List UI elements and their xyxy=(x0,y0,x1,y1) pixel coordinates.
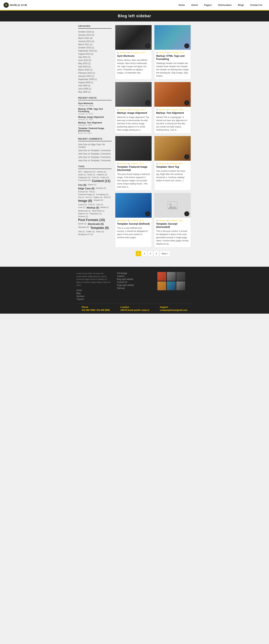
archive-link[interactable]: February 2010 (1) xyxy=(78,72,95,74)
tag-item[interactable]: Title (2) xyxy=(78,230,85,232)
tag-item[interactable]: Layout (3) xyxy=(78,204,87,206)
footer-quick-link[interactable]: Trainers xyxy=(117,275,152,278)
footer-link[interactable]: Home xyxy=(76,289,112,292)
tag-item[interactable]: Ftw (1) xyxy=(78,196,84,198)
date-link[interactable]: 15 March, 2012 xyxy=(169,162,183,164)
archive-link[interactable]: August 2009 (1) xyxy=(78,81,93,84)
nav-contact[interactable]: Contact Us xyxy=(247,0,265,10)
footer-quick-link[interactable]: Blog right sidebar xyxy=(117,278,152,280)
date-link[interactable]: 15 March, 2012 xyxy=(130,162,144,164)
tag-item[interactable]: Formatting (2) xyxy=(96,194,108,196)
author-link[interactable]: akhada xyxy=(159,108,165,110)
archive-link[interactable]: June 2009 (1) xyxy=(78,88,91,90)
archive-link[interactable]: March 2011 (1) xyxy=(78,43,92,46)
tag-item[interactable]: Markup (5) xyxy=(87,206,99,209)
date-link[interactable]: 01 January, 2013 xyxy=(169,52,184,54)
tag-item[interactable]: Html (2) xyxy=(104,196,111,198)
tag-item[interactable]: Mothership (1) xyxy=(78,210,91,212)
recent-post-title[interactable]: Template: Featured Image (Horizontal) xyxy=(78,127,112,132)
tag-item[interactable]: Must Read (1) xyxy=(92,210,104,212)
tag-item[interactable]: Audio (1) xyxy=(87,174,95,176)
date-link[interactable]: 9 January, 2013 xyxy=(169,108,183,110)
tag-item[interactable]: Content (11) xyxy=(92,179,110,183)
footer-quick-link[interactable]: Homepage xyxy=(117,272,152,274)
share-button[interactable]: ⋮ xyxy=(184,44,189,48)
archive-link[interactable]: October 2010 (1) xyxy=(78,46,94,49)
tag-item[interactable]: Lists (1) xyxy=(96,204,103,206)
archive-link[interactable]: September 2009 (1) xyxy=(78,78,97,80)
archive-link[interactable]: August 2010 (3) xyxy=(78,53,93,55)
tag-item[interactable]: Excerpt (3) xyxy=(78,190,88,193)
post-title[interactable]: Markup: Image Alignment xyxy=(117,111,150,114)
tag-item[interactable]: Css (5) xyxy=(78,184,86,186)
date-link[interactable]: 16 March, 2012 xyxy=(130,220,144,222)
pagination-next[interactable]: Next > xyxy=(160,251,170,256)
author-link[interactable]: akhada xyxy=(120,52,126,54)
tag-item[interactable]: Alignment (3) xyxy=(84,171,95,173)
comment-link[interactable]: John Doe on Edge Case: No Content xyxy=(78,143,105,148)
footer-link[interactable]: Trainers xyxy=(76,298,112,300)
page-num-3[interactable]: 3 xyxy=(148,251,153,256)
tag-item[interactable]: Chat (2) xyxy=(92,176,99,178)
nav-about[interactable]: About xyxy=(188,0,201,10)
post-title[interactable]: Markup: HTML Tags and Formatting xyxy=(156,54,189,61)
author-link[interactable]: akhada xyxy=(159,162,165,164)
tag-item[interactable]: Articles (2) xyxy=(97,171,106,173)
date-link[interactable]: 14 March, 2012 xyxy=(169,220,183,222)
tag-item[interactable]: Embeds (3) xyxy=(96,187,106,190)
comment-link[interactable]: John Doe on Template: Comments xyxy=(78,152,111,155)
tag-item[interactable]: Jetpack (2) xyxy=(94,199,103,203)
author-link[interactable]: akhada xyxy=(120,162,126,164)
archive-link[interactable]: January 2013 (3) xyxy=(78,34,94,36)
footer-link[interactable]: Blog xyxy=(76,292,112,294)
footer-quick-link[interactable]: Sitemap xyxy=(117,287,152,290)
tag-item[interactable]: Pictures (1) xyxy=(78,215,88,218)
post-title[interactable]: Gym Workouts xyxy=(117,54,150,58)
author-link[interactable]: akhada xyxy=(159,220,165,222)
tag-item[interactable]: Wordpress.Tv (2) xyxy=(78,233,93,236)
nav-blog[interactable]: Blog xyxy=(235,0,247,10)
tag-item[interactable]: Shortcode (5) xyxy=(88,222,104,226)
tag-item[interactable]: Nailed It (1) xyxy=(78,212,88,215)
share-button[interactable]: ⋮ xyxy=(145,154,150,159)
archive-link[interactable]: September 2010 (2) xyxy=(78,50,97,52)
post-title[interactable]: Template: Excerpt (Generated) xyxy=(156,222,189,228)
post-title[interactable]: Template: Excerpt (Defined) xyxy=(117,222,150,226)
tag-item[interactable]: Edge Case (6) xyxy=(78,187,95,190)
tag-item[interactable]: Media (1) xyxy=(101,206,109,209)
tag-item[interactable]: Post Formats (15) xyxy=(78,218,105,222)
archive-link[interactable]: March 2010 (1) xyxy=(78,68,92,71)
author-link[interactable]: akhada xyxy=(120,108,126,110)
tag-item[interactable]: Video (2) xyxy=(96,230,104,232)
tag-item[interactable]: Distort (1) xyxy=(88,184,96,186)
recent-post-title[interactable]: Markup: Text Alignment xyxy=(78,122,112,124)
comment-link[interactable]: Jane Doe on Template: Comments xyxy=(78,149,111,152)
recent-post-title[interactable]: Gym Workouts xyxy=(78,102,112,104)
tag-item[interactable]: Comments (4) xyxy=(78,179,91,183)
tag-item[interactable]: Quote (2) xyxy=(78,222,86,226)
page-num-2[interactable]: 2 xyxy=(142,251,147,256)
archive-link[interactable]: January 2012 (4) xyxy=(78,40,94,42)
archive-link[interactable]: March 2012 (4) xyxy=(78,37,92,40)
comment-link[interactable]: Jane Doe on Template: Comments xyxy=(78,159,111,162)
archive-link[interactable]: June 2010 (2) xyxy=(78,59,91,62)
archive-link[interactable]: May 2009 (1) xyxy=(78,91,91,93)
logo[interactable]: ⚙ WORLD GYM xyxy=(4,2,27,8)
tag-item[interactable]: Twitter (2) xyxy=(86,230,95,232)
tag-item[interactable]: Aside (1) xyxy=(78,174,86,176)
page-num-1[interactable]: 1 xyxy=(136,251,141,256)
nav-home[interactable]: Home xyxy=(175,0,188,10)
footer-quick-link[interactable]: Page right sidebar xyxy=(117,284,152,286)
tag-item[interactable]: Categories (2) xyxy=(78,176,91,178)
date-link[interactable]: 08 January, 2013 xyxy=(130,108,145,110)
tag-item[interactable]: Link (2) xyxy=(88,204,95,206)
post-title[interactable]: Template: Featured Image (Horizontal) xyxy=(117,165,150,172)
archive-link[interactable]: July 2009 (1) xyxy=(78,84,90,87)
tag-item[interactable]: Template (9) xyxy=(90,226,109,230)
tag-item[interactable]: Standard (2) xyxy=(78,226,89,230)
post-title[interactable]: Template: More Tag xyxy=(156,165,189,168)
author-link[interactable]: akhada xyxy=(120,220,126,222)
comment-link[interactable]: John Doe on Template: Comments xyxy=(78,156,111,158)
tag-item[interactable]: Gallery (3) xyxy=(93,196,102,198)
footer-link[interactable]: Services xyxy=(76,295,112,298)
